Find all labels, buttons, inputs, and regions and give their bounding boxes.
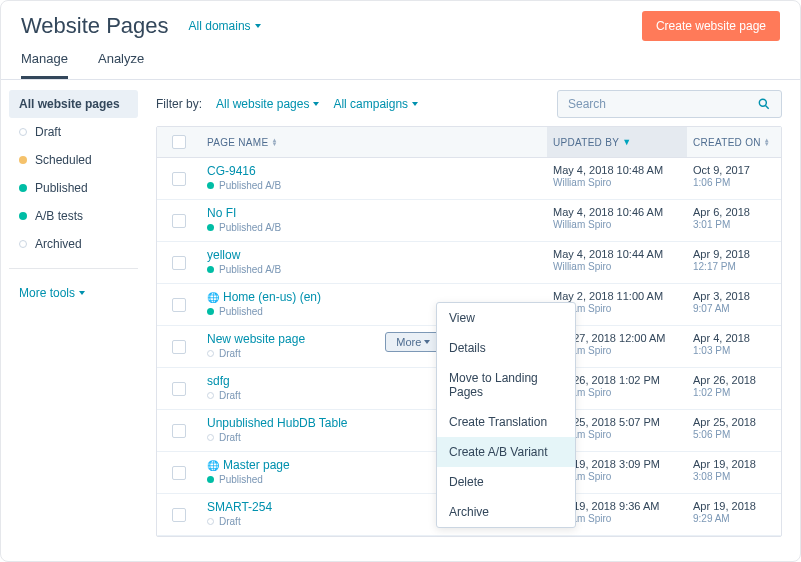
col-created-on[interactable]: CREATED ON▲▼ (687, 127, 781, 157)
page-status: Published A/B (207, 264, 541, 275)
chevron-down-icon (79, 291, 85, 295)
ab-dot-icon (19, 212, 27, 220)
sort-icon: ▲▼ (764, 138, 770, 146)
svg-point-0 (759, 99, 766, 106)
cell-created: Apr 3, 20189:07 AM (687, 284, 781, 325)
more-actions-dropdown: View Details Move to Landing Pages Creat… (436, 302, 576, 528)
chevron-down-icon (313, 102, 319, 106)
scheduled-dot-icon (19, 156, 27, 164)
domain-selector[interactable]: All domains (189, 19, 261, 33)
page-title: Website Pages (21, 13, 169, 39)
cell-updated: May 4, 2018 10:46 AMWilliam Spiro (547, 200, 687, 241)
status-dot-icon (207, 434, 214, 441)
status-dot-icon (207, 392, 214, 399)
sidebar-item-draft[interactable]: Draft (9, 118, 138, 146)
search-input[interactable] (568, 97, 757, 111)
tab-manage[interactable]: Manage (21, 51, 68, 79)
page-status: Published A/B (207, 222, 541, 233)
cell-updated: May 4, 2018 10:48 AMWilliam Spiro (547, 158, 687, 199)
filter-campaigns[interactable]: All campaigns (333, 97, 418, 111)
sidebar-item-archived[interactable]: Archived (9, 230, 138, 258)
cell-created: Apr 9, 201812:17 PM (687, 242, 781, 283)
status-dot-icon (207, 182, 214, 189)
sidebar-item-all[interactable]: All website pages (9, 90, 138, 118)
sidebar-divider (9, 268, 138, 269)
sidebar-item-ab-tests[interactable]: A/B tests (9, 202, 138, 230)
dropdown-archive[interactable]: Archive (437, 497, 575, 527)
status-dot-icon (207, 350, 214, 357)
row-checkbox[interactable] (172, 256, 186, 270)
status-dot-icon (207, 266, 214, 273)
chevron-down-icon (255, 24, 261, 28)
dropdown-create-translation[interactable]: Create Translation (437, 407, 575, 437)
col-page-name[interactable]: PAGE NAME▲▼ (201, 127, 547, 157)
cell-created: Apr 4, 20181:03 PM (687, 326, 781, 367)
create-website-page-button[interactable]: Create website page (642, 11, 780, 41)
cell-updated: May 4, 2018 10:44 AMWilliam Spiro (547, 242, 687, 283)
status-dot-icon (207, 224, 214, 231)
dropdown-move[interactable]: Move to Landing Pages (437, 363, 575, 407)
dropdown-delete[interactable]: Delete (437, 467, 575, 497)
more-tools-link[interactable]: More tools (9, 279, 138, 307)
tabs: Manage Analyze (1, 41, 800, 80)
chevron-down-icon (412, 102, 418, 106)
cell-created: Apr 19, 20183:08 PM (687, 452, 781, 493)
cell-created: Apr 26, 20181:02 PM (687, 368, 781, 409)
row-checkbox[interactable] (172, 382, 186, 396)
row-checkbox[interactable] (172, 508, 186, 522)
sidebar-item-scheduled[interactable]: Scheduled (9, 146, 138, 174)
page-link[interactable]: yellow (207, 248, 541, 262)
select-all-checkbox[interactable] (172, 135, 186, 149)
row-checkbox[interactable] (172, 340, 186, 354)
search-box[interactable] (557, 90, 782, 118)
row-checkbox[interactable] (172, 172, 186, 186)
status-dot-icon (207, 476, 214, 483)
filter-pages[interactable]: All website pages (216, 97, 319, 111)
dropdown-details[interactable]: Details (437, 333, 575, 363)
table-header: PAGE NAME▲▼ UPDATED BY▼ CREATED ON▲▼ (157, 127, 781, 158)
table-row: yellowPublished A/BMay 4, 2018 10:44 AMW… (157, 242, 781, 284)
chevron-down-icon (424, 340, 430, 344)
table-row: No FIPublished A/BMay 4, 2018 10:46 AMWi… (157, 200, 781, 242)
cell-created: Oct 9, 20171:06 PM (687, 158, 781, 199)
cell-created: Apr 19, 20189:29 AM (687, 494, 781, 535)
globe-icon: 🌐 (207, 460, 219, 471)
filter-label: Filter by: (156, 97, 202, 111)
cell-name: CG-9416Published A/B (201, 158, 547, 199)
sort-desc-icon: ▼ (622, 137, 631, 147)
published-dot-icon (19, 184, 27, 192)
row-checkbox[interactable] (172, 298, 186, 312)
dropdown-create-ab-variant[interactable]: Create A/B Variant (437, 437, 575, 467)
sort-icon: ▲▼ (271, 138, 277, 146)
more-button[interactable]: More (385, 332, 441, 352)
archived-dot-icon (19, 240, 27, 248)
col-updated-by[interactable]: UPDATED BY▼ (547, 127, 687, 157)
globe-icon: 🌐 (207, 292, 219, 303)
cell-name: No FIPublished A/B (201, 200, 547, 241)
cell-name: yellowPublished A/B (201, 242, 547, 283)
cell-created: Apr 25, 20185:06 PM (687, 410, 781, 451)
filter-bar: Filter by: All website pages All campaig… (156, 90, 782, 118)
tab-analyze[interactable]: Analyze (98, 51, 144, 79)
cell-created: Apr 6, 20183:01 PM (687, 200, 781, 241)
row-checkbox[interactable] (172, 466, 186, 480)
search-icon (757, 97, 771, 111)
dropdown-view[interactable]: View (437, 303, 575, 333)
svg-line-1 (765, 105, 768, 108)
draft-dot-icon (19, 128, 27, 136)
page-link[interactable]: CG-9416 (207, 164, 541, 178)
page-link[interactable]: No FI (207, 206, 541, 220)
row-checkbox[interactable] (172, 424, 186, 438)
table-row: CG-9416Published A/BMay 4, 2018 10:48 AM… (157, 158, 781, 200)
status-dot-icon (207, 518, 214, 525)
page-status: Published A/B (207, 180, 541, 191)
row-checkbox[interactable] (172, 214, 186, 228)
sidebar-item-published[interactable]: Published (9, 174, 138, 202)
domain-label: All domains (189, 19, 251, 33)
status-dot-icon (207, 308, 214, 315)
sidebar: All website pages Draft Scheduled Publis… (1, 80, 146, 558)
